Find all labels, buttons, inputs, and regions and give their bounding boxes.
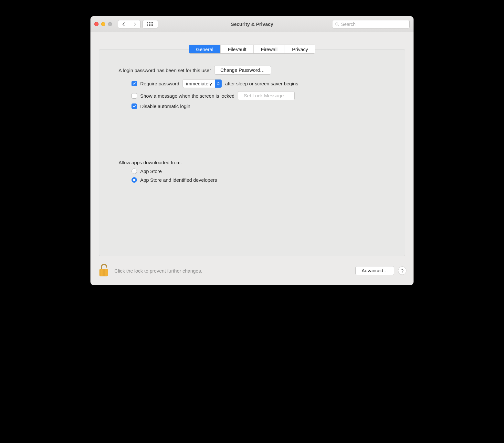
close-button[interactable]: [94, 22, 99, 26]
tab-firewall[interactable]: Firewall: [254, 45, 285, 53]
forward-button[interactable]: [129, 20, 140, 28]
grid-icon: [147, 22, 153, 26]
footer: Click the lock to prevent further change…: [90, 259, 414, 285]
login-password-label: A login password has been set for this u…: [119, 68, 211, 73]
set-lock-message-button[interactable]: Set Lock Message…: [238, 91, 295, 100]
allow-apps-option1-row: App Store: [119, 168, 385, 174]
disable-auto-login-checkbox[interactable]: [131, 103, 137, 109]
allow-apps-option2-label: App Store and identified developers: [140, 177, 217, 183]
allow-apps-radio-appstore-identified[interactable]: [131, 177, 137, 183]
advanced-button[interactable]: Advanced…: [355, 266, 394, 275]
tab-bar: General FileVault Firewall Privacy: [99, 45, 405, 54]
allow-apps-label: Allow apps downloaded from:: [119, 160, 182, 165]
general-panel: A login password has been set for this u…: [99, 49, 405, 256]
titlebar: Security & Privacy: [90, 16, 414, 32]
search-input[interactable]: [341, 22, 407, 27]
tab-segmented-control: General FileVault Firewall Privacy: [189, 45, 316, 54]
show-lock-message-row: Show a message when the screen is locked…: [119, 91, 385, 100]
disable-auto-login-label: Disable automatic login: [140, 103, 190, 109]
disable-auto-login-row: Disable automatic login: [119, 103, 385, 109]
back-button[interactable]: [118, 20, 129, 28]
lock-icon[interactable]: [98, 263, 110, 278]
help-button[interactable]: ?: [398, 266, 406, 275]
chevron-left-icon: [122, 22, 125, 26]
require-password-suffix: after sleep or screen saver begins: [225, 81, 298, 86]
allow-apps-heading: Allow apps downloaded from:: [119, 160, 385, 165]
minimize-button[interactable]: [101, 22, 105, 26]
check-icon: [132, 82, 136, 85]
show-lock-message-checkbox[interactable]: [131, 93, 137, 99]
zoom-button[interactable]: [108, 22, 112, 26]
require-password-value: immediately: [183, 81, 215, 86]
require-password-label: Require password: [140, 81, 179, 86]
require-password-row: Require password immediately after sleep…: [119, 79, 385, 88]
tab-general[interactable]: General: [189, 45, 221, 53]
login-password-row: A login password has been set for this u…: [119, 66, 385, 75]
select-arrows-icon: [215, 80, 222, 88]
show-all-button[interactable]: [142, 20, 158, 28]
toolbar-nav-group: [118, 20, 158, 28]
chevron-right-icon: [133, 22, 136, 26]
lock-area: Click the lock to prevent further change…: [98, 263, 202, 278]
allow-apps-option1-label: App Store: [140, 168, 162, 174]
tab-privacy[interactable]: Privacy: [285, 45, 315, 53]
require-password-checkbox[interactable]: [131, 81, 137, 86]
require-password-select[interactable]: immediately: [183, 79, 222, 88]
preferences-window: Security & Privacy General FileVault Fir…: [90, 16, 414, 285]
search-field[interactable]: [332, 20, 410, 28]
change-password-button[interactable]: Change Password…: [214, 66, 271, 75]
show-lock-message-label: Show a message when the screen is locked: [140, 93, 235, 99]
lock-text: Click the lock to prevent further change…: [114, 268, 202, 274]
footer-right: Advanced… ?: [355, 266, 406, 275]
tab-filevault[interactable]: FileVault: [221, 45, 254, 53]
panel-divider: [112, 151, 392, 151]
check-icon: [132, 104, 136, 108]
allow-apps-radio-appstore[interactable]: [131, 168, 137, 174]
search-icon: [335, 22, 339, 27]
window-controls: [94, 22, 112, 26]
svg-line-1: [338, 25, 339, 26]
content-area: General FileVault Firewall Privacy A log…: [90, 32, 414, 259]
nav-buttons: [118, 20, 141, 28]
allow-apps-option2-row: App Store and identified developers: [119, 177, 385, 183]
